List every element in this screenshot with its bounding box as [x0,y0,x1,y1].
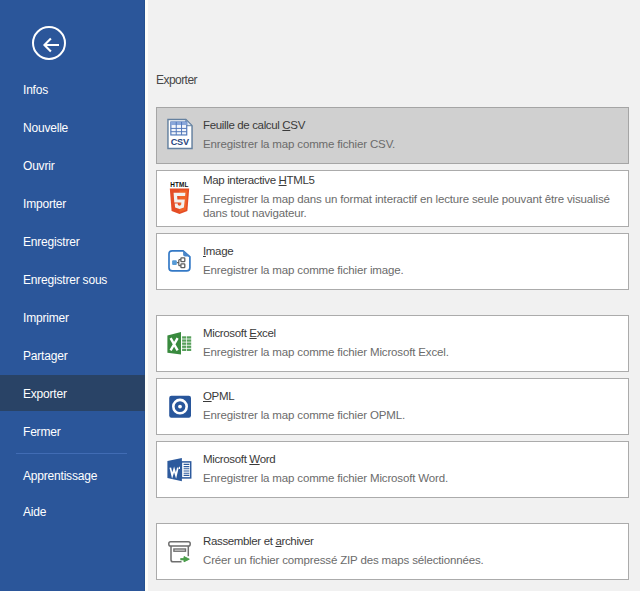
svg-text:CSV: CSV [171,137,190,147]
svg-text:HTML: HTML [170,182,188,188]
